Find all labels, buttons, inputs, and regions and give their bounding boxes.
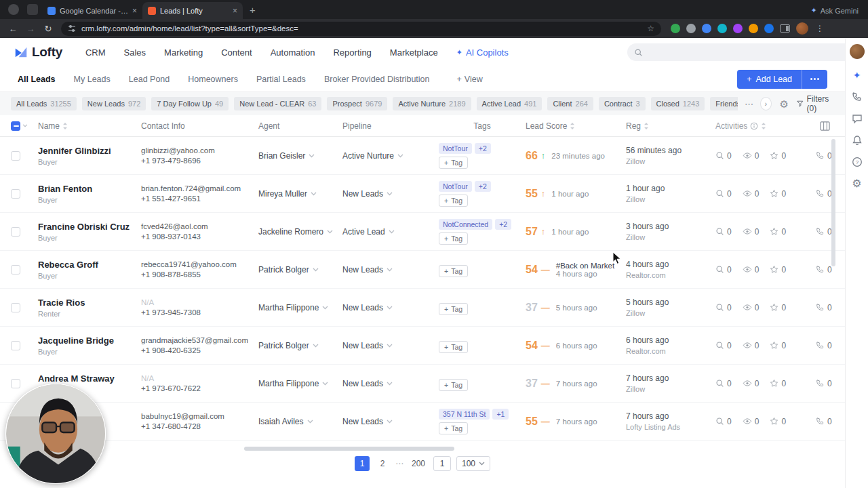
lead-email[interactable]: babulnyc19@gmail.com xyxy=(141,412,258,420)
tag-extra-chip[interactable]: +2 xyxy=(495,219,511,230)
row-checkbox[interactable] xyxy=(11,303,20,312)
sort-icon[interactable] xyxy=(570,122,575,130)
add-tag-button[interactable]: Tag xyxy=(439,265,468,277)
view-tab[interactable]: Lead Pond xyxy=(129,75,170,84)
lead-email[interactable]: N/A xyxy=(141,298,258,306)
lead-name[interactable]: Francine Obriski Cruz xyxy=(38,222,141,232)
table-row[interactable]: Jennifer Glinbizzi Buyer glinbizzi@yahoo… xyxy=(0,137,845,175)
extension-icon[interactable] xyxy=(733,24,743,33)
agent-select[interactable]: Brian Geisler xyxy=(258,151,342,161)
view-tab[interactable]: Broker Provided Distribution xyxy=(324,75,430,84)
add-tag-button[interactable]: Tag xyxy=(439,341,468,353)
new-tab-button[interactable] xyxy=(250,4,256,16)
calls-counter[interactable]: 0 xyxy=(816,265,832,274)
views-counter[interactable]: 0 xyxy=(743,417,760,426)
phone-icon[interactable] xyxy=(852,92,863,102)
settings-icon[interactable] xyxy=(852,178,861,189)
search-input[interactable] xyxy=(647,47,848,57)
tag-extra-chip[interactable]: +2 xyxy=(475,143,491,154)
nav-item[interactable]: Content xyxy=(221,47,252,58)
nav-item[interactable]: Sales xyxy=(124,47,146,58)
add-tag-button[interactable]: Tag xyxy=(439,303,468,315)
searches-counter[interactable]: 0 xyxy=(715,189,732,199)
row-checkbox[interactable] xyxy=(11,189,20,199)
extension-icon[interactable] xyxy=(749,24,758,33)
lead-phone[interactable]: +1 347-680-4728 xyxy=(141,422,258,430)
add-view-button[interactable]: View xyxy=(457,75,483,84)
views-counter[interactable]: 0 xyxy=(743,303,760,312)
browser-profile-avatar[interactable] xyxy=(796,22,808,35)
filter-chip[interactable]: New Lead - CLEAR 63 xyxy=(234,97,321,110)
pipeline-select[interactable]: Active Lead xyxy=(342,227,439,237)
add-tag-button[interactable]: Tag xyxy=(439,232,468,245)
global-search[interactable] xyxy=(627,43,854,61)
tag-chip[interactable]: NotTour xyxy=(439,181,472,192)
row-checkbox[interactable] xyxy=(11,265,20,274)
nav-item[interactable]: Marketing xyxy=(164,47,203,58)
chevron-down-icon[interactable] xyxy=(22,124,28,127)
filter-chip[interactable]: Friends & Family 96 xyxy=(710,97,738,110)
column-header-tags[interactable]: Tags xyxy=(473,121,490,131)
column-header-pipeline[interactable]: Pipeline xyxy=(342,121,372,131)
column-header-name[interactable]: Name xyxy=(38,121,60,131)
column-header-agent[interactable]: Agent xyxy=(258,121,279,131)
back-button[interactable]: ← xyxy=(5,24,20,34)
pipeline-select[interactable]: New Leads xyxy=(342,341,439,350)
calls-counter[interactable]: 0 xyxy=(816,303,832,312)
searches-counter[interactable]: 0 xyxy=(715,227,732,237)
favorites-counter[interactable]: 0 xyxy=(770,379,786,388)
add-lead-more-button[interactable] xyxy=(802,70,827,89)
agent-select[interactable]: Martha Filippone xyxy=(258,303,342,312)
close-tab-icon[interactable] xyxy=(233,6,237,16)
page-jump-input[interactable] xyxy=(433,456,451,471)
forward-button[interactable]: → xyxy=(23,24,38,34)
favorites-counter[interactable]: 0 xyxy=(770,189,786,199)
bookmark-star-icon[interactable] xyxy=(647,24,654,33)
pipeline-select[interactable]: New Leads xyxy=(342,417,439,426)
add-tag-button[interactable]: Tag xyxy=(439,157,468,169)
row-checkbox[interactable] xyxy=(11,379,20,388)
filters-button[interactable]: Filters (0) xyxy=(797,94,834,113)
address-bar[interactable]: crm.lofty.com/admin/home/lead/list?type=… xyxy=(61,22,661,36)
favorites-counter[interactable]: 0 xyxy=(770,265,786,274)
sort-icon[interactable] xyxy=(644,122,649,130)
nav-item[interactable]: Reporting xyxy=(333,47,371,58)
searches-counter[interactable]: 0 xyxy=(715,341,732,350)
select-all-checkbox[interactable] xyxy=(11,121,20,131)
column-header-reg[interactable]: Reg xyxy=(626,121,641,131)
browser-tab-leads[interactable]: Leads | Lofty xyxy=(142,2,243,19)
apps-icon[interactable] xyxy=(27,4,38,15)
table-row[interactable]: Brian Fenton Buyer brian.fenton.724@gmai… xyxy=(0,175,845,213)
browser-tab-calendar[interactable]: Google Calendar - Week of 9 xyxy=(42,2,142,19)
table-row[interactable]: Andrea M Straway Renter N/A +1 973-670-7… xyxy=(0,365,845,403)
browser-menu-icon[interactable]: ⋮ xyxy=(816,24,824,33)
lead-email[interactable]: grandmajackie537@gmail.com xyxy=(141,336,258,344)
info-icon[interactable] xyxy=(750,122,758,130)
filter-chip[interactable]: Contract 3 xyxy=(599,97,646,110)
lead-name[interactable]: Tracie Rios xyxy=(38,298,141,308)
extension-icon[interactable] xyxy=(702,24,711,33)
close-tab-icon[interactable] xyxy=(132,6,137,16)
filter-chip[interactable]: Closed 1243 xyxy=(651,97,705,110)
tag-chip[interactable]: NotConnected xyxy=(439,219,492,230)
lead-phone[interactable]: +1 908-937-0143 xyxy=(141,232,258,241)
sort-icon[interactable] xyxy=(62,122,68,130)
tag-extra-chip[interactable]: +1 xyxy=(492,409,509,420)
filter-chip[interactable]: Active Lead 491 xyxy=(477,97,542,110)
filter-chip[interactable]: New Leads 972 xyxy=(82,97,146,110)
lead-name[interactable]: Jennifer Glinbizzi xyxy=(38,146,141,156)
lead-email[interactable]: glinbizzi@yahoo.com xyxy=(141,146,258,155)
horizontal-scrollbar[interactable] xyxy=(244,447,454,451)
views-counter[interactable]: 0 xyxy=(743,379,760,388)
views-counter[interactable]: 0 xyxy=(743,189,760,199)
side-panel-icon[interactable] xyxy=(780,24,790,33)
pipeline-select[interactable]: New Leads xyxy=(342,265,439,274)
table-row[interactable]: Jacqueline Bridge Buyer grandmajackie537… xyxy=(0,327,845,365)
extension-icon[interactable] xyxy=(686,24,696,33)
nav-item[interactable]: Marketplace xyxy=(390,47,438,58)
calls-counter[interactable]: 0 xyxy=(816,227,832,237)
column-header-contact[interactable]: Contact Info xyxy=(141,121,185,131)
lead-phone[interactable]: +1 973-945-7308 xyxy=(141,308,258,317)
lead-name[interactable]: Rebecca Groff xyxy=(38,260,141,270)
searches-counter[interactable]: 0 xyxy=(715,379,732,388)
